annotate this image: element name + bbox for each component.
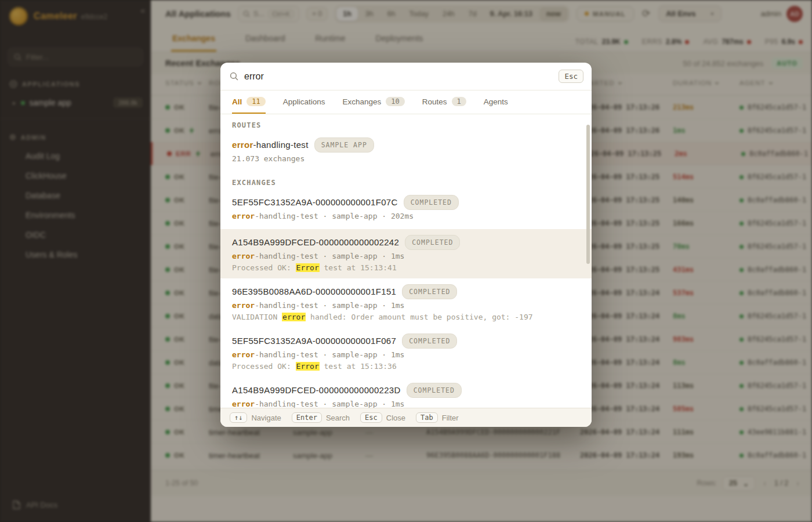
global-search-modal: Esc All 11 Applications Exchanges 10 Rou…	[220, 63, 592, 427]
modal-filter-tab[interactable]: All 11	[232, 90, 266, 114]
status-badge: COMPLETED	[405, 235, 460, 250]
search-icon	[230, 72, 238, 81]
match-highlight: error	[232, 140, 253, 150]
hint-label: Close	[386, 414, 405, 422]
modal-tab-count: 11	[246, 97, 265, 106]
exchange-detail: Processed OK: Error test at 15:13:36	[232, 362, 580, 371]
modal-filter-tab[interactable]: Agents	[484, 90, 508, 114]
exchange-subtitle: -handling-test · sample-app · 1ms	[255, 350, 404, 359]
status-badge: COMPLETED	[402, 334, 457, 349]
exchange-result-item[interactable]: 5EF55FC31352A9A-000000000001F067 COMPLET…	[220, 328, 592, 377]
exchange-result-item[interactable]: 96E395B0088AA6D-000000000001F151 COMPLET…	[220, 278, 592, 328]
route-subtitle: 21.073 exchanges	[232, 154, 580, 164]
result-group-header: EXCHANGES	[220, 172, 592, 189]
modal-filter-tab[interactable]: Routes 1	[422, 90, 466, 114]
modal-filter-tabs: All 11 Applications Exchanges 10 Routes …	[220, 90, 592, 114]
modal-tab-count: 10	[386, 97, 404, 106]
modal-tab-count: 1	[452, 97, 466, 106]
modal-tab-label: Agents	[484, 97, 508, 106]
hint-key: Tab	[416, 412, 438, 423]
exchange-id: A154B9A999DFCED-0000000000002242	[232, 237, 399, 248]
keyboard-hint: Esc Close	[360, 412, 405, 423]
exchange-detail: VALIDATION error handled: Order amount m…	[232, 313, 580, 322]
exchange-id: 5EF55FC31352A9A-000000000001F07C	[232, 197, 398, 208]
modal-filter-tab[interactable]: Applications	[283, 90, 325, 114]
match-highlight: error	[232, 252, 255, 260]
modal-tab-label: Exchanges	[343, 97, 382, 106]
modal-filter-tab[interactable]: Exchanges 10	[343, 90, 405, 114]
status-badge: COMPLETED	[404, 195, 459, 210]
exchange-subtitle: -handling-test · sample-app · 202ms	[255, 212, 414, 220]
scrollbar-thumb[interactable]	[586, 125, 590, 264]
exchange-subtitle: -handling-test · sample-app · 1ms	[255, 301, 404, 310]
status-badge: COMPLETED	[407, 383, 462, 398]
exchange-result-item[interactable]: 5EF55FC31352A9A-000000000001F07C COMPLET…	[220, 189, 592, 229]
hint-label: Navigate	[251, 414, 281, 422]
match-highlight: error	[232, 400, 255, 408]
status-badge: COMPLETED	[402, 284, 457, 299]
route-result-item[interactable]: error-handling-test SAMPLE APP 21.073 ex…	[220, 132, 592, 172]
exchange-result-item[interactable]: A154B9A999DFCED-0000000000002242 COMPLET…	[220, 229, 592, 278]
modal-hints-bar: ↑↓ Navigate Enter Search Esc Close Tab F…	[220, 408, 592, 427]
modal-tab-label: All	[232, 97, 242, 106]
hint-label: Filter	[442, 414, 459, 422]
search-results: ROUTES error-handling-test SAMPLE APP 21…	[220, 114, 592, 408]
hint-key: ↑↓	[230, 412, 247, 423]
hint-key: Esc	[360, 412, 382, 423]
modal-tab-label: Applications	[283, 97, 325, 106]
exchange-result-item[interactable]: A154B9A999DFCED-000000000000223D COMPLET…	[220, 377, 592, 408]
modal-search-input[interactable]	[244, 71, 553, 82]
match-highlight: error	[232, 350, 255, 359]
keyboard-hint: Tab Filter	[416, 412, 459, 423]
exchange-id: 5EF55FC31352A9A-000000000001F067	[232, 335, 396, 347]
route-title: -handling-test	[253, 140, 309, 150]
keyboard-hint: Enter Search	[292, 412, 350, 423]
esc-button[interactable]: Esc	[559, 70, 583, 83]
exchange-id: A154B9A999DFCED-000000000000223D	[232, 385, 401, 396]
result-group-header: ROUTES	[220, 114, 592, 132]
exchange-subtitle: -handling-test · sample-app · 1ms	[255, 252, 404, 260]
keyboard-hint: ↑↓ Navigate	[230, 412, 281, 423]
match-highlight: error	[232, 301, 255, 310]
app-badge: SAMPLE APP	[314, 137, 374, 153]
exchange-subtitle: -handling-test · sample-app · 1ms	[255, 400, 404, 408]
match-highlight: error	[232, 212, 255, 220]
exchange-id: 96E395B0088AA6D-000000000001F151	[232, 286, 396, 298]
hint-key: Enter	[292, 412, 322, 423]
modal-search-row: Esc	[220, 63, 592, 90]
hint-label: Search	[326, 414, 350, 422]
modal-tab-label: Routes	[422, 97, 447, 106]
exchange-detail: Processed OK: Error test at 15:13:41	[232, 263, 580, 273]
